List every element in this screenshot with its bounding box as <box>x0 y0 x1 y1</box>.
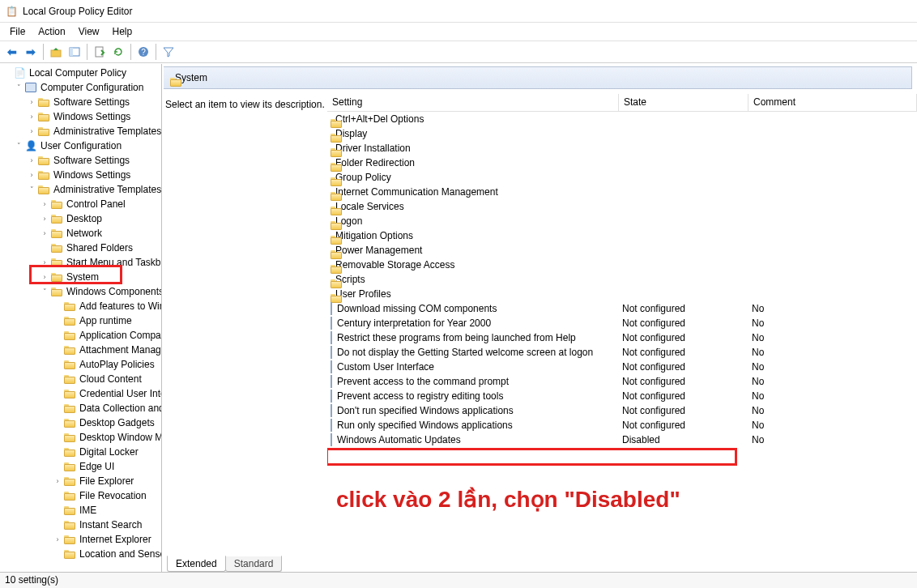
list-setting-item[interactable]: Don't run specified Windows applications… <box>327 403 917 418</box>
tree-credential[interactable]: Credential User Interface <box>0 386 161 401</box>
list-folder-item[interactable]: Folder Redirection <box>327 156 917 170</box>
list-folder-item[interactable]: Internet Communication Management <box>327 185 917 199</box>
list-setting-item[interactable]: Century interpretation for Year 2000Not … <box>327 316 917 330</box>
tree-user-config[interactable]: ˅ 👤 User Configuration <box>0 138 161 153</box>
tree-network[interactable]: ›Network <box>0 226 161 241</box>
tree-application-compat[interactable]: Application Compatibility <box>0 328 161 343</box>
list-folder-item[interactable]: Group Policy <box>327 170 917 185</box>
col-setting[interactable]: Setting <box>327 94 619 112</box>
tree-instant-search[interactable]: Instant Search <box>0 518 161 532</box>
tree-desktop-gadgets[interactable]: Desktop Gadgets <box>0 415 161 430</box>
list-folder-item[interactable]: Driver Installation <box>327 141 917 156</box>
tree-uc-windows[interactable]: ›Windows Settings <box>0 168 161 182</box>
up-button[interactable] <box>47 43 65 61</box>
tree-location[interactable]: Location and Sensors <box>0 547 161 561</box>
tree-autoplay[interactable]: AutoPlay Policies <box>0 357 161 372</box>
tree-file-revocation[interactable]: File Revocation <box>0 488 161 503</box>
tree-computer-config[interactable]: ˅ Computer Configuration <box>0 80 161 95</box>
export-icon <box>93 45 106 58</box>
list-setting-item[interactable]: Custom User InterfaceNot configuredNo <box>327 360 917 374</box>
tree-scroll[interactable]: 📄 Local Computer Policy ˅ Computer Confi… <box>0 64 161 572</box>
list-setting-item[interactable]: Download missing COM componentsNot confi… <box>327 301 917 316</box>
tab-standard[interactable]: Standard <box>225 556 283 572</box>
help-button[interactable]: ? <box>134 43 152 61</box>
folder-icon <box>63 460 76 473</box>
tree-uc-software[interactable]: ›Software Settings <box>0 153 161 168</box>
chevron-right-icon[interactable]: › <box>39 215 50 223</box>
tab-extended[interactable]: Extended <box>167 556 226 572</box>
tree-root[interactable]: 📄 Local Computer Policy <box>0 66 161 80</box>
tree-internet-explorer[interactable]: ›Internet Explorer <box>0 532 161 547</box>
list-folder-item[interactable]: Locale Services <box>327 199 917 214</box>
list-setting-item[interactable]: Prevent access to registry editing tools… <box>327 389 917 403</box>
tree-system[interactable]: ›System <box>0 270 161 284</box>
menu-view[interactable]: View <box>72 24 106 39</box>
list-folder-item[interactable]: Ctrl+Alt+Del Options <box>327 112 917 126</box>
setting-icon <box>331 376 332 387</box>
chevron-right-icon[interactable]: › <box>26 98 37 106</box>
list-folder-item[interactable]: Power Management <box>327 243 917 258</box>
back-button[interactable]: ⬅ <box>3 43 21 61</box>
chevron-down-icon[interactable]: ˅ <box>39 288 50 296</box>
list-item-label: Download missing COM components <box>337 303 497 314</box>
tree-cc-windows[interactable]: ›Windows Settings <box>0 109 161 124</box>
list-item-label: Restrict these programs from being launc… <box>337 332 576 343</box>
tree-app-runtime[interactable]: App runtime <box>0 313 161 328</box>
menu-action[interactable]: Action <box>32 24 71 39</box>
chevron-right-icon[interactable]: › <box>26 127 37 135</box>
list-setting-item[interactable]: Prevent access to the command promptNot … <box>327 374 917 389</box>
chevron-right-icon[interactable]: › <box>26 156 37 164</box>
tree-desktop[interactable]: ›Desktop <box>0 211 161 226</box>
chevron-right-icon[interactable]: › <box>39 273 50 281</box>
list-folder-item[interactable]: Display <box>327 126 917 141</box>
filter-button[interactable] <box>160 43 177 61</box>
tree-label: System <box>65 271 99 283</box>
tree-control-panel[interactable]: ›Control Panel <box>0 197 161 211</box>
tree-label: File Revocation <box>78 490 147 501</box>
chevron-right-icon[interactable]: › <box>39 229 50 237</box>
tree-digital-locker[interactable]: Digital Locker <box>0 445 161 459</box>
tree-cc-admin[interactable]: ›Administrative Templates <box>0 124 161 138</box>
forward-button[interactable]: ➡ <box>22 43 40 61</box>
tree-shared-folders[interactable]: Shared Folders <box>0 241 161 255</box>
tree-windows-components[interactable]: ˅Windows Components <box>0 284 161 299</box>
tree-label: Software Settings <box>52 155 130 166</box>
list-setting-item[interactable]: Windows Automatic UpdatesDisabledNo <box>327 432 917 447</box>
tree-cloud-content[interactable]: Cloud Content <box>0 372 161 386</box>
menu-file[interactable]: File <box>3 24 32 39</box>
col-comment[interactable]: Comment <box>749 94 917 112</box>
tree-uc-admin[interactable]: ˅Administrative Templates <box>0 182 161 197</box>
chevron-right-icon[interactable]: › <box>26 113 37 121</box>
tree-attachment[interactable]: Attachment Manager <box>0 343 161 357</box>
list-folder-item[interactable]: User Profiles <box>327 287 917 301</box>
tree-ime[interactable]: IME <box>0 503 161 518</box>
show-hide-tree-button[interactable] <box>66 43 83 61</box>
tree-file-explorer[interactable]: ›File Explorer <box>0 474 161 488</box>
export-button[interactable] <box>91 43 109 61</box>
tree-data-collection[interactable]: Data Collection and Preview Builds <box>0 401 161 415</box>
list-folder-item[interactable]: Mitigation Options <box>327 228 917 243</box>
chevron-down-icon[interactable]: ˅ <box>13 142 24 150</box>
list-setting-item[interactable]: Restrict these programs from being launc… <box>327 330 917 345</box>
tree-cc-software[interactable]: ›Software Settings <box>0 95 161 109</box>
list-setting-item[interactable]: Run only specified Windows applicationsN… <box>327 418 917 432</box>
menu-help[interactable]: Help <box>106 24 139 39</box>
chevron-down-icon[interactable]: ˅ <box>13 83 24 92</box>
chevron-down-icon[interactable]: ˅ <box>26 185 37 194</box>
chevron-right-icon[interactable]: › <box>52 535 63 543</box>
chevron-right-icon[interactable]: › <box>26 171 37 179</box>
chevron-right-icon[interactable]: › <box>39 258 50 266</box>
list-folder-item[interactable]: Removable Storage Access <box>327 258 917 272</box>
col-state[interactable]: State <box>619 94 749 112</box>
chevron-right-icon[interactable]: › <box>39 200 50 208</box>
chevron-right-icon[interactable]: › <box>52 477 63 485</box>
tree-start-menu[interactable]: ›Start Menu and Taskbar <box>0 255 161 270</box>
tree-desktop-window[interactable]: Desktop Window Manager <box>0 430 161 445</box>
refresh-button[interactable] <box>109 43 127 61</box>
list-setting-item[interactable]: Do not display the Getting Started welco… <box>327 345 917 360</box>
folder-icon <box>63 431 76 444</box>
list-folder-item[interactable]: Scripts <box>327 272 917 287</box>
tree-add-features[interactable]: Add features to Windows 10 <box>0 299 161 313</box>
tree-edge-ui[interactable]: Edge UI <box>0 459 161 474</box>
list-folder-item[interactable]: Logon <box>327 214 917 228</box>
